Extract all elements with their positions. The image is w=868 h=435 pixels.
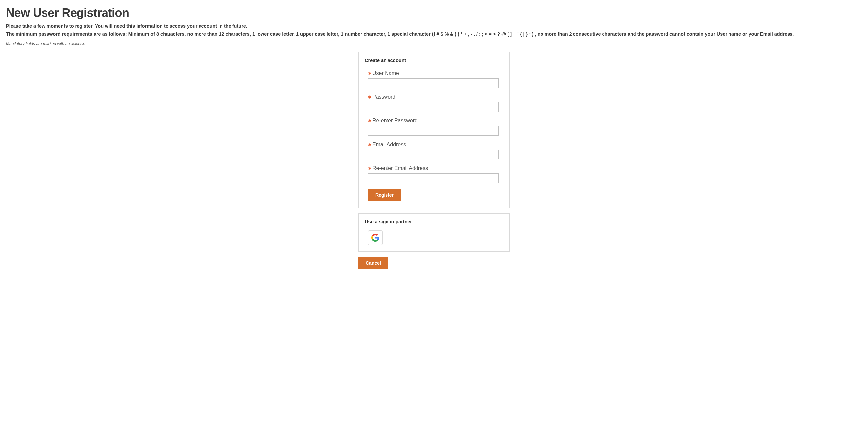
email-label: ✱Email Address [368, 142, 500, 148]
reenter-email-label-text: Re-enter Email Address [372, 165, 428, 171]
email-input[interactable] [368, 149, 499, 160]
create-account-title: Create an account [365, 57, 503, 63]
signin-partner-card: Use a sign-in partner [359, 213, 509, 252]
required-asterisk-icon: ✱ [368, 142, 372, 147]
username-label-text: User Name [372, 70, 399, 76]
intro-text-2: The minimum password requirements are as… [6, 31, 862, 38]
form-container: Create an account ✱User Name ✱Password ✱… [359, 52, 509, 269]
password-field-group: ✱Password [365, 94, 503, 112]
signin-partner-title: Use a sign-in partner [365, 219, 503, 225]
mandatory-note: Mandatory fields are marked with an aste… [6, 41, 862, 46]
username-input[interactable] [368, 78, 499, 88]
create-account-card: Create an account ✱User Name ✱Password ✱… [359, 52, 509, 208]
required-asterisk-icon: ✱ [368, 71, 372, 76]
reenter-email-input[interactable] [368, 173, 499, 183]
email-field-group: ✱Email Address [365, 142, 503, 160]
email-label-text: Email Address [372, 142, 406, 147]
required-asterisk-icon: ✱ [368, 166, 372, 171]
required-asterisk-icon: ✱ [368, 118, 372, 123]
register-button[interactable]: Register [368, 189, 401, 201]
intro-text-1: Please take a few moments to register. Y… [6, 23, 862, 30]
username-field-group: ✱User Name [365, 70, 503, 88]
reenter-email-label: ✱Re-enter Email Address [368, 165, 500, 171]
reenter-password-label-text: Re-enter Password [372, 118, 417, 123]
reenter-password-input[interactable] [368, 126, 499, 136]
reenter-email-field-group: ✱Re-enter Email Address [365, 165, 503, 183]
google-signin-button[interactable] [368, 230, 382, 245]
page-title: New User Registration [6, 6, 862, 20]
password-input[interactable] [368, 102, 499, 112]
password-label-text: Password [372, 94, 395, 100]
password-label: ✱Password [368, 94, 500, 100]
reenter-password-field-group: ✱Re-enter Password [365, 118, 503, 136]
username-label: ✱User Name [368, 70, 500, 76]
reenter-password-label: ✱Re-enter Password [368, 118, 500, 124]
cancel-button[interactable]: Cancel [359, 257, 388, 269]
required-asterisk-icon: ✱ [368, 95, 372, 100]
google-icon [371, 234, 379, 241]
